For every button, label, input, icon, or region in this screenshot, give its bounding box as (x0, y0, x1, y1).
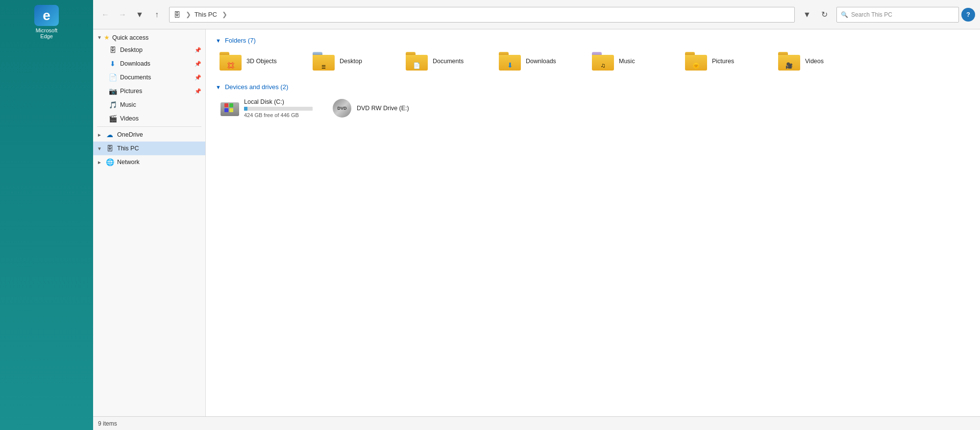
folder-videos[interactable]: 🎥 Videos (774, 49, 862, 73)
sidebar-documents-label: Documents (120, 74, 151, 81)
edge-logo: e (34, 5, 59, 26)
desktop-folder-icon: 🗄 (108, 45, 118, 55)
quick-access-arrow: ▼ (97, 35, 102, 40)
drives-grid: Local Disk (C:) 424 GB free of 446 GB DV… (216, 96, 970, 121)
pin-icon-pictures: 📌 (195, 88, 201, 95)
folder-3d-objects[interactable]: 💢 3D Objects (216, 49, 304, 73)
folders-section-header[interactable]: ▼ Folders (7) (216, 37, 970, 44)
folder-music-label: Music (619, 58, 635, 65)
onedrive-icon: ☁ (105, 130, 115, 140)
drive-dvd-e[interactable]: DVD DVD RW Drive (E:) (328, 96, 436, 121)
dvd-disc: DVD (333, 99, 351, 118)
folder-documents-label: Documents (433, 58, 464, 65)
folder-documents-icon: 📄 (406, 52, 428, 71)
folder-3d-label: 3D Objects (246, 58, 277, 65)
sidebar-item-desktop[interactable]: 🗄 Desktop 📌 (93, 43, 205, 57)
items-count: 9 items (98, 420, 117, 427)
folder-desktop-icon: ☰ (313, 52, 335, 71)
folders-grid: 💢 3D Objects ☰ Desktop (216, 49, 970, 73)
folder-downloads-icon: ⬇ (499, 52, 521, 71)
drive-c-bar-container (244, 107, 313, 111)
drive-local-disk-c[interactable]: Local Disk (C:) 424 GB free of 446 GB (216, 96, 323, 121)
address-bar[interactable]: 🗄 ❯ This PC ❯ (169, 7, 795, 23)
sidebar-item-onedrive[interactable]: ► ☁ OneDrive (93, 128, 205, 142)
dropdown-button[interactable]: ▼ (800, 7, 814, 22)
folder-music-icon: ♫ (592, 52, 614, 71)
downloads-folder-icon: ⬇ (108, 59, 118, 69)
folder-documents[interactable]: 📄 Documents (402, 49, 490, 73)
sidebar-item-documents[interactable]: 📄 Documents 📌 (93, 71, 205, 84)
drive-c-space: 424 GB free of 446 GB (244, 112, 313, 118)
folder-downloads-label: Downloads (526, 58, 556, 65)
search-placeholder: Search This PC (851, 11, 892, 18)
folder-pictures-label: Pictures (712, 58, 734, 65)
sidebar-thispc-label: This PC (117, 145, 139, 152)
sidebar-onedrive-label: OneDrive (117, 131, 143, 138)
status-bar: 9 items (93, 416, 980, 430)
drives-header-label: Devices and drives (2) (225, 83, 288, 91)
thispc-icon: 🗄 (105, 143, 115, 153)
edge-label: MicrosoftEdge (36, 27, 58, 39)
folder-desktop-label: Desktop (340, 58, 362, 65)
sidebar-item-network[interactable]: ► 🌐 Network (93, 155, 205, 169)
drives-chevron: ▼ (216, 84, 221, 90)
quick-access-header[interactable]: ▼ ★ Quick access (93, 32, 205, 43)
drive-c-info: Local Disk (C:) 424 GB free of 446 GB (244, 98, 313, 118)
thispc-expand-arrow: ▼ (97, 146, 105, 151)
folder-desktop[interactable]: ☰ Desktop (309, 49, 397, 73)
address-segment: 🗄 ❯ This PC ❯ (173, 11, 229, 19)
refresh-button[interactable]: ↻ (817, 7, 832, 22)
drive-e-info: DVD RW Drive (E:) (357, 105, 409, 112)
folders-chevron: ▼ (216, 38, 221, 44)
address-actions: ▼ ↻ (800, 7, 832, 22)
network-icon: 🌐 (105, 157, 115, 167)
content-area: ▼ Folders (7) 💢 3D Objects (206, 29, 980, 416)
edge-app-icon[interactable]: e MicrosoftEdge (27, 5, 66, 39)
folder-3d-icon: 💢 (220, 52, 242, 71)
pictures-folder-icon: 📷 (108, 86, 118, 96)
folder-pictures[interactable]: 🌞 Pictures (681, 49, 769, 73)
network-expand-arrow: ► (97, 160, 105, 165)
forward-button[interactable]: → (115, 7, 130, 22)
drives-section-header[interactable]: ▼ Devices and drives (2) (216, 83, 970, 91)
folder-videos-label: Videos (805, 58, 824, 65)
sidebar-music-label: Music (120, 101, 136, 108)
sidebar-videos-label: Videos (120, 115, 139, 122)
search-icon: 🔍 (841, 11, 848, 18)
folder-videos-icon: 🎥 (778, 52, 800, 71)
main-area: ▼ ★ Quick access 🗄 Desktop 📌 ⬇ Downloads… (93, 29, 980, 416)
sidebar-divider-1 (97, 126, 201, 127)
sidebar-item-pictures[interactable]: 📷 Pictures 📌 (93, 84, 205, 98)
help-button[interactable]: ? (961, 8, 975, 22)
sidebar-network-label: Network (117, 159, 140, 166)
file-explorer-window: ← → ▼ ↑ 🗄 ❯ This PC ❯ ▼ ↻ 🔍 Search This … (93, 0, 980, 430)
drive-c-label: Local Disk (C:) (244, 98, 313, 105)
drive-c-icon (220, 98, 239, 118)
onedrive-expand-arrow: ► (97, 132, 105, 138)
music-folder-icon: 🎵 (108, 100, 118, 110)
up-button[interactable]: ↑ (149, 7, 164, 22)
quick-access-star-icon: ★ (104, 34, 110, 41)
address-path: This PC (195, 11, 217, 18)
pin-icon-downloads: 📌 (195, 61, 201, 67)
documents-folder-icon: 📄 (108, 72, 118, 82)
sidebar-downloads-label: Downloads (120, 60, 150, 67)
folders-header-label: Folders (7) (225, 37, 256, 44)
sidebar-item-downloads[interactable]: ⬇ Downloads 📌 (93, 57, 205, 71)
drive-c-bar (244, 107, 247, 111)
back-button[interactable]: ← (98, 7, 113, 22)
videos-folder-icon: 🎬 (108, 114, 118, 123)
drive-e-icon: DVD (332, 98, 352, 118)
sidebar-item-videos[interactable]: 🎬 Videos (93, 112, 205, 125)
sidebar-desktop-label: Desktop (120, 47, 143, 53)
sidebar-item-thispc[interactable]: ▼ 🗄 This PC (93, 142, 205, 155)
sidebar-item-music[interactable]: 🎵 Music (93, 98, 205, 112)
toolbar: ← → ▼ ↑ 🗄 ❯ This PC ❯ ▼ ↻ 🔍 Search This … (93, 0, 980, 29)
recent-locations-button[interactable]: ▼ (132, 7, 147, 22)
pin-icon-documents: 📌 (195, 74, 201, 81)
sidebar: ▼ ★ Quick access 🗄 Desktop 📌 ⬇ Downloads… (93, 29, 206, 416)
folder-music[interactable]: ♫ Music (588, 49, 676, 73)
search-box[interactable]: 🔍 Search This PC (836, 7, 959, 23)
folder-downloads[interactable]: ⬇ Downloads (495, 49, 583, 73)
pin-icon: 📌 (195, 47, 201, 53)
